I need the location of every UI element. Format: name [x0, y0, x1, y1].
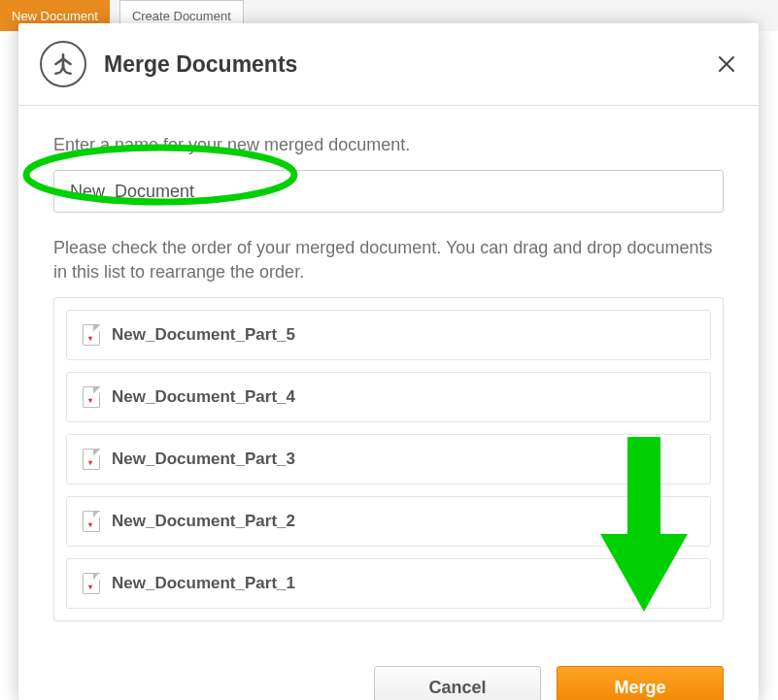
- merge-icon: [40, 41, 86, 87]
- dialog-title: Merge Documents: [104, 51, 698, 78]
- list-item-label: New_Document_Part_4: [112, 387, 295, 407]
- merge-documents-dialog: Merge Documents Enter a name for your ne…: [18, 23, 759, 700]
- pdf-file-icon: ▾: [83, 324, 100, 346]
- dialog-footer: Cancel Merge: [18, 649, 759, 700]
- order-hint-text: Please check the order of your merged do…: [53, 236, 724, 283]
- merge-button[interactable]: Merge: [557, 666, 724, 700]
- dialog-header: Merge Documents: [18, 23, 759, 106]
- list-item[interactable]: ▾ New_Document_Part_2: [66, 496, 711, 547]
- document-order-list: ▾ New_Document_Part_5 ▾ New_Document_Par…: [53, 297, 724, 621]
- merged-document-name-input[interactable]: [53, 170, 724, 213]
- list-item[interactable]: ▾ New_Document_Part_4: [66, 372, 711, 422]
- list-item-label: New_Document_Part_2: [112, 512, 295, 531]
- list-item-label: New_Document_Part_3: [112, 450, 295, 469]
- pdf-file-icon: ▾: [83, 386, 100, 408]
- list-item[interactable]: ▾ New_Document_Part_3: [66, 434, 711, 484]
- pdf-file-icon: ▾: [83, 511, 100, 532]
- list-item[interactable]: ▾ New_Document_Part_5: [66, 310, 711, 360]
- list-item-label: New_Document_Part_5: [112, 325, 295, 345]
- cancel-button[interactable]: Cancel: [374, 666, 541, 700]
- pdf-file-icon: ▾: [83, 573, 100, 594]
- pdf-file-icon: ▾: [83, 449, 100, 470]
- close-icon[interactable]: [716, 53, 737, 75]
- name-hint-text: Enter a name for your new merged documen…: [53, 133, 724, 156]
- list-item-label: New_Document_Part_1: [112, 574, 295, 593]
- list-item[interactable]: ▾ New_Document_Part_1: [66, 558, 711, 609]
- dialog-body: Enter a name for your new merged documen…: [18, 106, 759, 649]
